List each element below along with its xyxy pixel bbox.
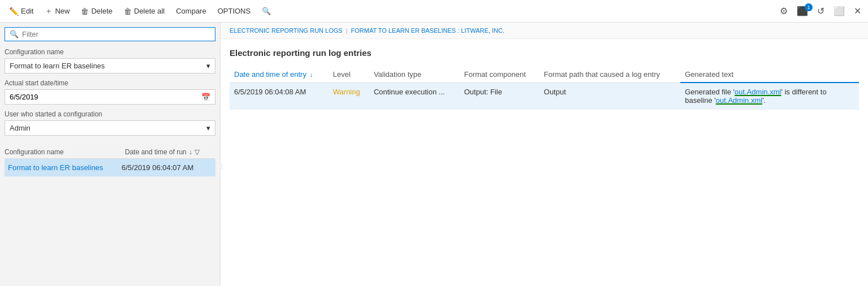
date-label: Actual start date/time [5, 79, 215, 87]
col-datetime-label: Date and time of entry [234, 70, 306, 79]
filter-input[interactable] [22, 30, 210, 38]
list-row-date: 6/5/2019 06:04:07 AM [122, 163, 212, 172]
search-button[interactable]: 🔍 [257, 5, 275, 18]
plus-icon: ＋ [45, 6, 53, 16]
sort-icon[interactable]: ↓ [189, 148, 192, 156]
drag-dots: ⋮ [219, 163, 224, 169]
filter-col-icon[interactable]: ▽ [195, 148, 200, 156]
breadcrumb: ELECTRONIC REPORTING RUN LOGS | FORMAT T… [221, 23, 868, 39]
date-group: Actual start date/time 📅 [5, 79, 215, 105]
table-row[interactable]: 6/5/2019 06:04:08 AM Warning Continue ex… [230, 83, 859, 110]
cell-level: Warning [329, 83, 369, 110]
delete-all-label: Delete all [134, 7, 165, 15]
settings-icon[interactable]: ⚙ [778, 3, 790, 19]
log-table: Date and time of entry ↓ Level Validatio… [230, 67, 859, 110]
user-dropdown[interactable]: Admin ▾ [5, 120, 215, 136]
filter-icon: 🔍 [10, 30, 19, 38]
user-group: User who started a configuration Admin ▾ [5, 110, 215, 136]
edit-button[interactable]: ✏️ Edit [5, 5, 38, 18]
chevron-down-icon-user: ▾ [206, 124, 210, 132]
restore-icon[interactable]: ⬜ [831, 3, 847, 19]
generated-text-post: '. [762, 96, 766, 105]
list-col2-label: Date and time of run [125, 148, 187, 156]
col-generated-text: Generated text [680, 67, 859, 83]
toolbar: ✏️ Edit ＋ New 🗑 Delete 🗑 Delete all Comp… [0, 0, 868, 23]
options-label: OPTIONS [218, 7, 251, 15]
config-name-label: Configuration name [5, 48, 215, 56]
col-datetime[interactable]: Date and time of entry ↓ [230, 67, 329, 83]
col-validation-label: Validation type [374, 70, 421, 79]
user-label: User who started a configuration [5, 110, 215, 118]
calendar-icon[interactable]: 📅 [201, 93, 210, 101]
cell-datetime: 6/5/2019 06:04:08 AM [230, 83, 329, 110]
compare-label: Compare [176, 7, 206, 15]
col-datetime-sort: ↓ [310, 71, 313, 78]
close-icon[interactable]: ✕ [852, 3, 863, 19]
refresh-icon[interactable]: ↺ [815, 3, 827, 19]
new-button[interactable]: ＋ New [40, 4, 74, 19]
config-name-group: Configuration name Format to learn ER ba… [5, 48, 215, 73]
toolbar-right: ⚙ ⬛ 1 ↺ ⬜ ✕ [778, 3, 863, 19]
list-col2-header: Date and time of run ↓ ▽ [125, 148, 215, 156]
delete-all-button[interactable]: 🗑 Delete all [119, 5, 169, 18]
cell-format-path: Output [539, 83, 680, 110]
breadcrumb-part2[interactable]: FORMAT TO LEARN ER BASELINES : LITWARE, … [351, 27, 504, 34]
cell-format-component: Output: File [460, 83, 539, 110]
left-panel: 🔍 Configuration name Format to learn ER … [0, 23, 221, 286]
col-validation: Validation type [369, 67, 460, 83]
config-name-value: Format to learn ER baselines [10, 62, 105, 70]
section-title: Electronic reporting run log entries [230, 48, 859, 58]
main-layout: 🔍 Configuration name Format to learn ER … [0, 23, 868, 286]
edit-icon: ✏️ [9, 7, 19, 16]
delete-button[interactable]: 🗑 Delete [76, 5, 117, 18]
col-generated-text-label: Generated text [685, 70, 733, 79]
notification-badge: 1 [805, 3, 813, 11]
delete-label: Delete [91, 7, 113, 15]
new-label: New [55, 7, 70, 15]
generated-text-pre: Generated file ' [685, 88, 735, 96]
compare-button[interactable]: Compare [171, 5, 210, 18]
table-header-row: Date and time of entry ↓ Level Validatio… [230, 67, 859, 83]
col-level: Level [329, 67, 369, 83]
col-level-label: Level [333, 70, 351, 79]
breadcrumb-sep: | [346, 27, 348, 34]
delete-all-icon: 🗑 [124, 7, 132, 16]
list-row[interactable]: Format to learn ER baselines 6/5/2019 06… [5, 159, 215, 177]
list-header: Configuration name Date and time of run … [5, 146, 215, 159]
filter-box: 🔍 [5, 27, 215, 41]
col-format-path: Format path that caused a log entry [539, 67, 680, 83]
generated-text-link1[interactable]: out.Admin.xml [735, 88, 781, 96]
chevron-down-icon: ▾ [206, 62, 210, 70]
user-value: Admin [10, 124, 31, 132]
date-input[interactable] [10, 93, 198, 101]
date-field[interactable]: 📅 [5, 89, 215, 105]
breadcrumb-part1[interactable]: ELECTRONIC REPORTING RUN LOGS [230, 27, 343, 34]
generated-text-link2[interactable]: out.Admin.xml [716, 96, 762, 105]
config-name-dropdown[interactable]: Format to learn ER baselines ▾ [5, 58, 215, 73]
col-format-component-label: Format component [464, 70, 526, 79]
search-icon: 🔍 [262, 7, 271, 15]
list-row-config: Format to learn ER baselines [8, 163, 122, 172]
col-format-component: Format component [460, 67, 539, 83]
list-col1-header: Configuration name [5, 148, 125, 156]
delete-icon: 🗑 [81, 7, 89, 16]
cell-generated-text: Generated file 'out.Admin.xml' is differ… [680, 83, 859, 110]
cell-validation: Continue execution ... [369, 83, 460, 110]
edit-label: Edit [21, 7, 33, 15]
right-panel: ELECTRONIC REPORTING RUN LOGS | FORMAT T… [221, 23, 868, 286]
notification-area[interactable]: ⬛ 1 [794, 6, 810, 16]
content-area: Electronic reporting run log entries Dat… [221, 39, 868, 286]
drag-handle[interactable]: ⋮ [219, 45, 223, 286]
options-button[interactable]: OPTIONS [213, 5, 256, 18]
col-format-path-label: Format path that caused a log entry [544, 70, 660, 79]
